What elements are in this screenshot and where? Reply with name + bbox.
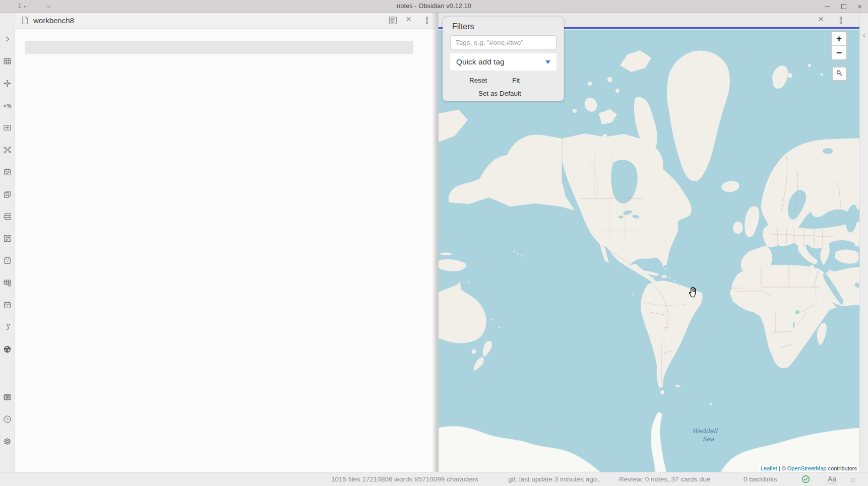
chevron-down-icon [545, 60, 550, 64]
attribution-suffix: contributors [826, 465, 857, 471]
map-attribution: Leaflet | © OpenStreetMap contributors [758, 465, 859, 472]
daily-note-icon[interactable]: 1 [3, 301, 12, 309]
filters-buttons-row: Reset Fit [450, 77, 556, 84]
fit-button[interactable]: Fit [512, 77, 520, 84]
duplicate-note-icon[interactable] [3, 190, 12, 198]
dice-icon[interactable] [3, 256, 12, 265]
workbench-pane-header: workbench8 × [15, 13, 435, 29]
collapse-right-icon[interactable] [861, 32, 867, 41]
window-title: notes - Obsidian v0.12.10 [0, 2, 868, 10]
database-table-icon[interactable] [3, 279, 12, 287]
window-controls: × [825, 0, 862, 13]
help-glyph: ? [6, 417, 9, 422]
calendar-check-icon[interactable] [3, 168, 12, 176]
magnifier-icon [836, 70, 843, 79]
map-zoom-control: + − [831, 31, 847, 60]
set-as-default-button[interactable]: Set as Default [478, 90, 521, 97]
canvas-pan-icon[interactable] [3, 79, 12, 88]
pane-menu-icon[interactable] [422, 16, 431, 25]
leaflet-link[interactable]: Leaflet [761, 465, 777, 471]
pane-menu-icon[interactable] [836, 16, 845, 25]
empty-line-highlight[interactable] [25, 41, 413, 54]
slides-icon[interactable] [3, 123, 12, 132]
left-ribbon: <% 1 ? [0, 13, 15, 472]
maximize-icon[interactable] [841, 4, 846, 9]
sync-ok-check-icon[interactable] [801, 475, 810, 483]
close-pane-icon[interactable]: × [818, 14, 824, 24]
review-status[interactable]: Review: 0 notes, 37 cards due [619, 475, 711, 483]
expand-sidebar-icon[interactable] [3, 35, 12, 43]
pane-divider[interactable] [431, 13, 439, 472]
screenshot-icon[interactable] [3, 393, 12, 401]
text-size-toggle[interactable]: Aa [828, 475, 836, 483]
filters-title: Filters [452, 22, 556, 31]
map-search-button[interactable] [832, 66, 847, 81]
map-view-icon[interactable] [3, 345, 12, 354]
toggle-preview-icon[interactable] [388, 16, 398, 25]
reset-button[interactable]: Reset [469, 77, 487, 84]
close-pane-icon[interactable]: × [406, 14, 411, 24]
layout-square-icon[interactable] [851, 478, 854, 481]
blocks-icon[interactable] [3, 234, 12, 243]
templater-icon[interactable]: <% [3, 101, 12, 110]
zoom-in-button[interactable]: + [832, 32, 846, 46]
close-window-icon[interactable]: × [857, 4, 862, 9]
hook-icon[interactable] [3, 323, 12, 331]
filters-panel: Filters Quick add tag Reset Fit Set as D… [443, 17, 564, 101]
pane-title: workbench8 [33, 16, 74, 25]
file-stats: 1015 files 17210806 words 85710099 chara… [331, 475, 478, 483]
note-file-icon [21, 16, 29, 27]
tags-filter-input[interactable] [450, 35, 556, 49]
status-bar: 1015 files 17210806 words 85710099 chara… [0, 472, 868, 486]
card-stack-icon[interactable] [3, 212, 12, 221]
attribution-separator: | © [777, 465, 787, 471]
titlebar: 1 ← → notes - Obsidian v0.12.10 × [0, 0, 868, 13]
quick-add-tag-select[interactable]: Quick add tag [450, 53, 556, 71]
help-icon[interactable]: ? [3, 415, 12, 424]
table-icon[interactable] [3, 57, 12, 65]
right-ribbon [859, 13, 868, 472]
quick-add-tag-label: Quick add tag [456, 57, 505, 66]
backlinks-count[interactable]: 0 backlinks [743, 475, 777, 483]
graph-icon[interactable] [3, 146, 12, 154]
openstreetmap-link[interactable]: OpenStreetMap [787, 465, 827, 471]
sea-label-weddell: Weddell [692, 427, 718, 435]
settings-icon[interactable] [3, 437, 12, 446]
zoom-out-button[interactable]: − [832, 46, 846, 59]
workbench-pane: workbench8 × [15, 13, 435, 472]
svg-text:1: 1 [7, 304, 9, 308]
minimize-icon[interactable] [825, 6, 830, 7]
sea-label-sea: Sea [702, 435, 714, 443]
git-status[interactable]: git: last update 3 minutes ago.. [508, 475, 601, 483]
templater-glyph: <% [4, 103, 12, 109]
